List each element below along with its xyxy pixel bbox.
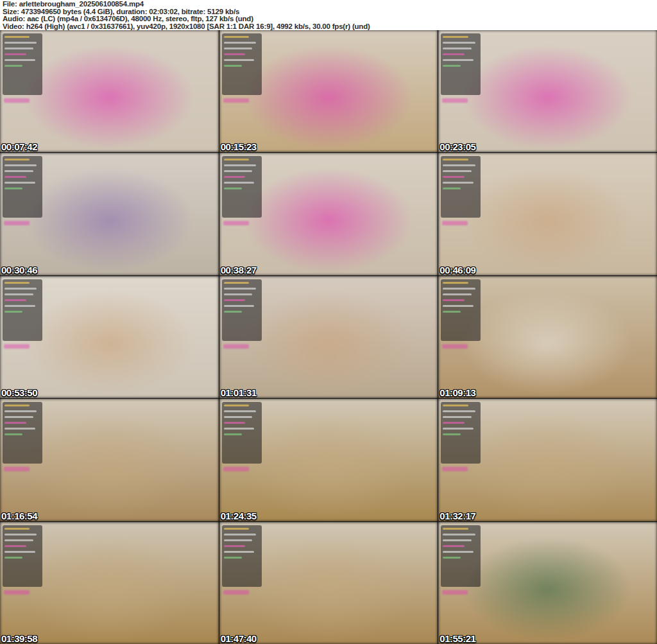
frame-timestamp: 01:47:40 — [221, 633, 257, 644]
frame-timestamp: 01:24:35 — [221, 510, 257, 521]
overlay-menu-line — [443, 528, 468, 530]
overlay-menu-line — [224, 433, 242, 435]
video-thumbnail: 01:24:35 — [219, 399, 438, 521]
overlay-menu-line — [443, 164, 475, 166]
overlay-menu-line — [4, 545, 26, 547]
overlay-menu-line — [443, 545, 465, 547]
overlay-menu-line — [443, 65, 461, 67]
overlay-menu-line — [4, 65, 22, 67]
overlay-menu-line — [224, 42, 256, 44]
stream-watermark-tag — [4, 221, 30, 225]
overlay-menu-line — [443, 422, 465, 424]
video-thumbnail: 00:46:09 — [438, 153, 657, 275]
stream-overlay-panel — [441, 33, 481, 95]
overlay-menu-line — [4, 53, 26, 55]
frame-timestamp: 00:30:46 — [1, 265, 37, 275]
overlay-menu-line — [443, 433, 461, 435]
overlay-menu-line — [224, 65, 242, 67]
stream-overlay-panel — [222, 156, 262, 218]
overlay-menu-line — [443, 299, 465, 301]
overlay-menu-line — [443, 59, 474, 61]
video-thumbnail: 00:23:05 — [438, 30, 657, 152]
meta-file-line: File: arlettebrougham_202506100854.mp4 — [3, 1, 657, 8]
overlay-menu-line — [224, 551, 255, 553]
overlay-menu-line — [224, 299, 246, 301]
overlay-menu-line — [224, 539, 253, 541]
frame-timestamp: 01:32:17 — [439, 510, 475, 521]
overlay-menu-line — [224, 59, 255, 61]
overlay-menu-line — [443, 539, 472, 541]
overlay-menu-line — [4, 305, 35, 307]
overlay-menu-line — [224, 282, 249, 284]
overlay-menu-line — [443, 176, 465, 178]
overlay-menu-line — [224, 293, 253, 295]
stream-watermark-tag — [442, 221, 468, 225]
overlay-menu-line — [443, 551, 474, 553]
stream-watermark-tag — [223, 221, 249, 225]
overlay-menu-line — [4, 59, 35, 61]
stream-overlay-panel — [441, 402, 481, 464]
overlay-menu-line — [224, 428, 255, 430]
overlay-menu-line — [4, 182, 35, 184]
overlay-menu-line — [443, 288, 475, 290]
stream-overlay-panel — [3, 402, 42, 464]
stream-overlay-panel — [222, 33, 262, 95]
video-thumbnail: 00:30:46 — [0, 153, 219, 275]
overlay-menu-line — [443, 282, 468, 284]
overlay-menu-line — [4, 299, 26, 301]
metadata-header: File: arlettebrougham_202506100854.mp4 S… — [0, 0, 657, 30]
video-thumbnail: 01:16:54 — [0, 399, 219, 521]
thumbnail-grid: 00:07:42 00:15:23 — [0, 30, 657, 644]
video-thumbnail: 01:39:58 — [0, 522, 219, 644]
stream-watermark-tag — [4, 98, 30, 103]
overlay-menu-line — [4, 410, 37, 412]
overlay-menu-line — [4, 288, 37, 290]
stream-overlay-panel — [222, 402, 262, 464]
stream-overlay-panel — [222, 279, 262, 341]
video-thumbnail: 00:15:23 — [219, 30, 438, 152]
overlay-menu-line — [224, 170, 253, 172]
stream-watermark-tag — [4, 344, 30, 349]
frame-timestamp: 00:07:42 — [1, 141, 37, 152]
overlay-menu-line — [443, 170, 472, 172]
overlay-menu-line — [443, 36, 468, 38]
overlay-menu-line — [4, 282, 30, 284]
stream-watermark-tag — [442, 590, 468, 595]
frame-timestamp: 01:16:54 — [1, 510, 37, 521]
overlay-menu-line — [4, 36, 30, 38]
stream-watermark-tag — [442, 98, 468, 103]
overlay-menu-line — [4, 428, 35, 430]
overlay-menu-line — [4, 534, 37, 535]
overlay-menu-line — [4, 48, 33, 49]
stream-overlay-panel — [3, 279, 42, 341]
overlay-menu-line — [4, 170, 33, 172]
overlay-menu-line — [224, 305, 255, 307]
overlay-menu-line — [224, 534, 256, 535]
overlay-menu-line — [224, 288, 256, 290]
stream-overlay-panel — [3, 156, 42, 218]
overlay-menu-line — [4, 187, 22, 189]
overlay-menu-line — [443, 48, 472, 49]
overlay-menu-line — [4, 176, 26, 178]
frame-timestamp: 00:53:50 — [1, 387, 37, 398]
overlay-menu-line — [4, 159, 30, 161]
stream-watermark-tag — [223, 467, 249, 471]
overlay-menu-line — [4, 311, 22, 313]
stream-overlay-panel — [3, 525, 42, 587]
video-thumbnail: 01:32:17 — [438, 399, 657, 521]
stream-watermark-tag — [223, 344, 249, 349]
video-contact-sheet: File: arlettebrougham_202506100854.mp4 S… — [0, 0, 657, 644]
overlay-menu-line — [224, 187, 242, 189]
overlay-menu-line — [443, 187, 461, 189]
overlay-menu-line — [443, 159, 468, 161]
overlay-menu-line — [443, 405, 468, 406]
frame-timestamp: 00:38:27 — [221, 265, 257, 275]
overlay-menu-line — [443, 410, 475, 412]
overlay-menu-line — [443, 311, 461, 313]
overlay-menu-line — [224, 311, 242, 313]
overlay-menu-line — [224, 48, 253, 49]
frame-timestamp: 00:23:05 — [439, 141, 475, 152]
stream-watermark-tag — [4, 467, 30, 471]
overlay-menu-line — [4, 405, 30, 406]
stream-watermark-tag — [223, 98, 249, 103]
